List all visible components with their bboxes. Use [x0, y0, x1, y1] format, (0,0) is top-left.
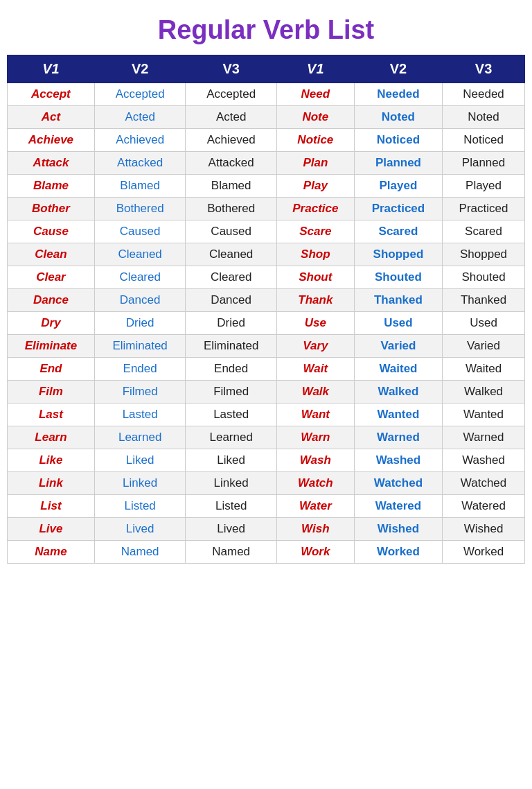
table-cell: Wish — [276, 518, 354, 541]
table-cell: Filmed — [94, 381, 186, 404]
table-cell: Named — [186, 541, 277, 564]
table-cell: Attacked — [94, 152, 186, 175]
table-cell: Use — [276, 312, 354, 335]
table-cell: Accept — [8, 83, 95, 106]
table-row: AchieveAchievedAchievedNoticeNoticedNoti… — [8, 129, 525, 152]
table-cell: Listed — [186, 495, 277, 518]
table-cell: Worked — [354, 541, 442, 564]
table-cell: Lasted — [94, 404, 186, 426]
page-title: Regular Verb List — [7, 7, 525, 55]
table-row: DryDriedDriedUseUsedUsed — [8, 312, 525, 335]
table-cell: Worked — [443, 541, 525, 564]
table-cell: Watched — [443, 472, 525, 495]
table-cell: Clear — [8, 266, 95, 289]
table-cell: Lived — [186, 518, 277, 541]
table-cell: Lived — [94, 518, 186, 541]
table-cell: Wait — [276, 358, 354, 381]
table-cell: Water — [276, 495, 354, 518]
table-cell: Needed — [354, 83, 442, 106]
table-cell: Accepted — [94, 83, 186, 106]
table-cell: End — [8, 358, 95, 381]
table-cell: Learned — [94, 426, 186, 449]
table-cell: Vary — [276, 335, 354, 358]
table-cell: Link — [8, 472, 95, 495]
table-cell: Bothered — [94, 198, 186, 220]
table-row: CauseCausedCausedScareScaredScared — [8, 220, 525, 243]
table-cell: Shouted — [354, 266, 442, 289]
table-cell: Wanted — [443, 404, 525, 426]
table-cell: Eliminate — [8, 335, 95, 358]
table-cell: Waited — [443, 358, 525, 381]
table-row: LiveLivedLivedWishWishedWished — [8, 518, 525, 541]
table-cell: Walked — [354, 381, 442, 404]
table-cell: Linked — [94, 472, 186, 495]
table-cell: Varied — [443, 335, 525, 358]
table-cell: Washed — [354, 449, 442, 472]
table-row: ListListedListedWaterWateredWatered — [8, 495, 525, 518]
table-cell: Played — [354, 175, 442, 198]
table-cell: Practiced — [354, 198, 442, 220]
table-cell: Blamed — [94, 175, 186, 198]
page-container: Regular Verb List V1 V2 V3 V1 V2 V3 Acce… — [0, 0, 532, 578]
table-cell: Noticed — [443, 129, 525, 152]
table-row: EndEndedEndedWaitWaitedWaited — [8, 358, 525, 381]
table-cell: Eliminated — [186, 335, 277, 358]
table-row: AttackAttackedAttackedPlanPlannedPlanned — [8, 152, 525, 175]
table-cell: Scared — [443, 220, 525, 243]
header-lv2: V2 — [94, 55, 186, 83]
table-cell: Learned — [186, 426, 277, 449]
table-cell: Wanted — [354, 404, 442, 426]
table-cell: Noted — [354, 106, 442, 129]
table-cell: Washed — [443, 449, 525, 472]
table-cell: Practiced — [443, 198, 525, 220]
table-cell: Plan — [276, 152, 354, 175]
table-cell: Clean — [8, 243, 95, 266]
verb-table: V1 V2 V3 V1 V2 V3 AcceptAcceptedAccepted… — [7, 55, 525, 564]
table-cell: Film — [8, 381, 95, 404]
table-cell: Used — [354, 312, 442, 335]
table-cell: Practice — [276, 198, 354, 220]
table-cell: Play — [276, 175, 354, 198]
table-cell: Shout — [276, 266, 354, 289]
table-cell: Notice — [276, 129, 354, 152]
table-cell: Shopped — [443, 243, 525, 266]
table-row: CleanCleanedCleanedShopShoppedShopped — [8, 243, 525, 266]
table-cell: Planned — [443, 152, 525, 175]
table-cell: Accepted — [186, 83, 277, 106]
table-row: EliminateEliminatedEliminatedVaryVariedV… — [8, 335, 525, 358]
table-cell: Wash — [276, 449, 354, 472]
table-cell: Acted — [94, 106, 186, 129]
table-cell: Ended — [94, 358, 186, 381]
table-row: AcceptAcceptedAcceptedNeedNeededNeeded — [8, 83, 525, 106]
table-cell: Waited — [354, 358, 442, 381]
table-cell: Scared — [354, 220, 442, 243]
table-cell: Shopped — [354, 243, 442, 266]
table-cell: Achieve — [8, 129, 95, 152]
table-row: BotherBotheredBotheredPracticePracticedP… — [8, 198, 525, 220]
table-cell: Walk — [276, 381, 354, 404]
table-cell: Warned — [354, 426, 442, 449]
table-cell: Bother — [8, 198, 95, 220]
table-cell: Scare — [276, 220, 354, 243]
table-cell: Wished — [354, 518, 442, 541]
table-cell: Cleared — [186, 266, 277, 289]
table-cell: Blamed — [186, 175, 277, 198]
table-cell: Noted — [443, 106, 525, 129]
table-cell: Cleared — [94, 266, 186, 289]
table-cell: Danced — [94, 289, 186, 312]
table-cell: Dry — [8, 312, 95, 335]
table-cell: Need — [276, 83, 354, 106]
table-cell: Warn — [276, 426, 354, 449]
table-cell: Attack — [8, 152, 95, 175]
table-cell: Want — [276, 404, 354, 426]
table-row: BlameBlamedBlamedPlayPlayedPlayed — [8, 175, 525, 198]
table-cell: Acted — [186, 106, 277, 129]
table-cell: Act — [8, 106, 95, 129]
table-cell: Listed — [94, 495, 186, 518]
table-cell: List — [8, 495, 95, 518]
table-cell: Achieved — [186, 129, 277, 152]
table-cell: Thank — [276, 289, 354, 312]
table-cell: Achieved — [94, 129, 186, 152]
table-cell: Cause — [8, 220, 95, 243]
table-cell: Learn — [8, 426, 95, 449]
